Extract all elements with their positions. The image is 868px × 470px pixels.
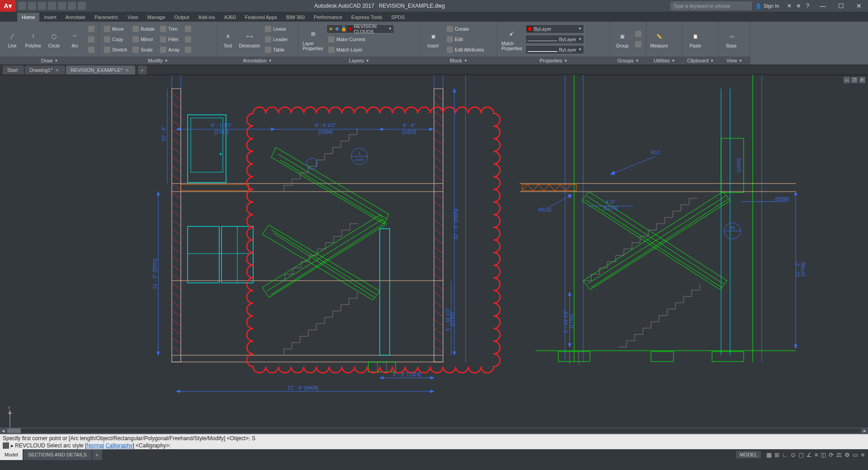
plot-icon[interactable] [58,2,66,10]
layer-properties-button[interactable]: ▤Layer Properties [301,23,325,56]
customize-button[interactable]: ≡ [861,451,864,458]
open-icon[interactable] [28,2,36,10]
line-button[interactable]: ╱Line [3,23,22,56]
lineweight-toggle[interactable]: ≡ [815,451,818,458]
tab-manage[interactable]: Manage [143,13,170,22]
move-button[interactable]: Move [102,24,129,33]
ungroup-button[interactable] [633,29,643,38]
make-current-button[interactable]: Make Current [326,35,417,44]
doc-tab-revision-example[interactable]: REVISION_EXAMPLE*✕ [66,66,135,75]
tab-performance[interactable]: Performance [309,13,347,22]
tab-annotate[interactable]: Annotate [61,13,90,22]
erase-button[interactable] [183,45,193,54]
array-button[interactable]: Array [158,45,181,54]
redo-icon[interactable] [78,2,86,10]
command-prompt[interactable]: ▸ REVCLOUD Select arc style [Normal Call… [3,442,865,449]
tab-a360[interactable]: A360 [220,13,241,22]
edit-attributes-button[interactable]: Edit Attributes [445,45,486,54]
ortho-toggle[interactable]: ∟ [782,451,788,458]
annotation-toggle[interactable]: ⚖ [836,451,842,458]
otrack-toggle[interactable]: ∠ [807,451,812,458]
a360-icon[interactable]: ⭘ [796,3,802,9]
copy-button[interactable]: Copy [102,35,129,44]
offset-button[interactable] [183,35,193,44]
clean-screen-toggle[interactable]: ▭ [853,451,858,458]
paste-button[interactable]: 📋Paste [685,23,705,56]
arc-button[interactable]: ◠Arc [66,23,85,56]
stretch-button[interactable]: Stretch [102,45,129,54]
insert-button[interactable]: ▣Insert [423,23,443,56]
create-block-button[interactable]: Create [445,24,486,33]
dimension-button[interactable]: ⟼Dimension [238,23,261,56]
maximize-button[interactable]: ☐ [832,0,850,12]
new-tab-button[interactable]: ＋ [138,66,147,75]
group-edit-button[interactable] [633,40,643,49]
scale-button[interactable]: Scale [131,45,156,54]
scroll-left-button[interactable]: ◂ [0,428,6,434]
fillet-button[interactable]: Fillet [158,35,181,44]
ellipse-button[interactable] [86,35,96,44]
trim-button[interactable]: Trim [158,24,181,33]
polar-toggle[interactable]: ⊙ [791,451,796,458]
tab-addins[interactable]: Add-ins [194,13,220,22]
table-button[interactable]: Table [263,45,290,54]
tab-view[interactable]: View [123,13,143,22]
exchange-icon[interactable]: ✕ [787,3,792,9]
new-icon[interactable] [18,2,26,10]
edit-block-button[interactable]: Edit [445,35,486,44]
hatch-button[interactable] [86,45,96,54]
drawing-canvas[interactable]: 9' - 1 1/2"[2781] 8' - 6 1/2"[2604] 4' -… [0,75,868,434]
layout-tab-sections[interactable]: SECTIONS AND DETAILS [24,449,91,460]
polyline-button[interactable]: ⌇Polyline [24,23,42,56]
signin-button[interactable]: 👤 Sign In [752,3,783,9]
snap-toggle[interactable]: ⊞ [774,451,779,458]
tab-parametric[interactable]: Parametric [90,13,123,22]
grid-toggle[interactable]: ▦ [766,451,772,458]
color-selector[interactable]: ByLayer▼ [525,24,584,33]
tab-spds[interactable]: SPDS [387,13,409,22]
explode-button[interactable] [183,24,193,33]
tab-output[interactable]: Output [170,13,194,22]
rotate-button[interactable]: Rotate [131,24,156,33]
rect-button[interactable] [86,24,96,33]
tab-insert[interactable]: Insert [39,13,61,22]
doc-tab-drawing1[interactable]: Drawing1*✕ [25,66,65,75]
minimize-button[interactable]: — [814,0,832,12]
tab-bim360[interactable]: BIM 360 [282,13,309,22]
match-layer-button[interactable]: Match Layer [326,45,417,54]
text-button[interactable]: AText [220,23,236,56]
tab-express-tools[interactable]: Express Tools [347,13,387,22]
scroll-right-button[interactable]: ▸ [862,428,868,434]
linetype-selector[interactable]: ByLayer▼ [525,35,584,44]
scroll-thumb[interactable] [7,428,21,433]
save-icon[interactable] [38,2,46,10]
match-properties-button[interactable]: 🖌Match Properties [500,23,524,56]
model-paper-toggle[interactable]: MODEL [736,451,761,458]
osnap-toggle[interactable]: ▢ [798,451,804,458]
scroll-track[interactable] [7,428,861,433]
group-button[interactable]: ▦Group [613,23,632,56]
infocenter-search[interactable]: Type a keyword or phrase [670,1,752,10]
layout-tab-model[interactable]: Model [0,449,23,460]
tab-featured-apps[interactable]: Featured Apps [241,13,282,22]
new-layout-button[interactable]: ＋ [92,449,102,460]
transparency-toggle[interactable]: ◫ [821,451,826,458]
cycling-toggle[interactable]: ⟳ [829,451,834,458]
leader-button[interactable]: Leader [263,35,290,44]
undo-icon[interactable] [68,2,76,10]
help-icon[interactable]: ? [806,3,809,9]
saveas-icon[interactable] [48,2,56,10]
tab-home[interactable]: Home [17,13,39,22]
workspace-toggle[interactable]: ⚙ [844,451,850,458]
layer-selector[interactable]: ☀ ❄ 🔓 REVISION CLOUDS ▼ [326,24,394,33]
vp-close-button[interactable]: ✕ [859,77,865,83]
vp-restore-button[interactable]: ❐ [851,77,858,83]
base-button[interactable]: ▭Base [722,23,741,56]
close-tab-icon[interactable]: ✕ [125,68,129,73]
close-tab-icon[interactable]: ✕ [55,68,59,73]
app-menu-button[interactable]: A▾ [0,0,15,12]
circle-button[interactable]: ◯Circle [45,23,64,56]
vp-minimize-button[interactable]: — [844,77,850,83]
command-line[interactable]: Specify first corner point or [Arc lengt… [0,434,868,449]
doc-tab-start[interactable]: Start [3,66,24,75]
